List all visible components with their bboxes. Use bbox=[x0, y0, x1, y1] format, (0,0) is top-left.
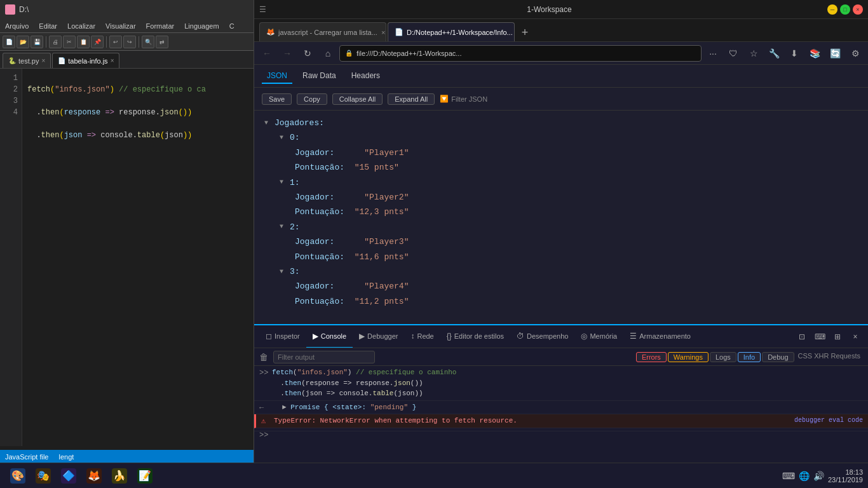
devtools-tab-memoria[interactable]: ◎ Memória bbox=[574, 325, 623, 348]
toolbar-redo[interactable]: ↪ bbox=[123, 36, 136, 48]
menu-localizar[interactable]: Localizar bbox=[62, 19, 100, 32]
toolbar-cut[interactable]: ✂ bbox=[63, 36, 76, 48]
ff-shield-button[interactable]: 🛡 bbox=[724, 44, 742, 62]
ff-maximize-button[interactable]: □ bbox=[840, 4, 850, 15]
json-tab-json[interactable]: JSON bbox=[262, 69, 292, 84]
devtools-tab-armazenamento[interactable]: ☰ Armazenamento bbox=[623, 325, 697, 348]
json-copy-button[interactable]: Copy bbox=[297, 93, 327, 105]
ff-refresh-button[interactable]: ↻ bbox=[299, 44, 316, 62]
ff-urlbar[interactable]: 🔒 file:///D:/Notepad++/1-Workspac... bbox=[339, 45, 702, 62]
tab-tabela-info[interactable]: 📄 tabela-info.js × bbox=[52, 53, 119, 68]
json-item-2-toggle[interactable]: ▼ bbox=[280, 221, 287, 233]
notepad-title: D:\ bbox=[19, 5, 29, 14]
menu-editar[interactable]: Editar bbox=[34, 19, 62, 32]
json-item-3-toggle[interactable]: ▼ bbox=[280, 266, 287, 278]
console-error-link[interactable]: debugger eval code bbox=[794, 416, 863, 425]
ff-tab-json[interactable]: 📄 D:/Notepad++/1-Workspace/Info... × bbox=[388, 22, 515, 41]
json-save-button[interactable]: Save bbox=[262, 93, 292, 105]
ff-settings-button[interactable]: ⚙ bbox=[846, 44, 864, 62]
ff-sync-button[interactable]: 🔄 bbox=[826, 44, 844, 62]
json-item-2-index: 2: bbox=[290, 220, 300, 234]
devtools-tab-estilos-label: Editor de estilos bbox=[454, 332, 504, 340]
toolbar-save[interactable]: 💾 bbox=[31, 36, 43, 48]
console-code-fetch: fetch("infos.json") // especifique o cam… bbox=[272, 367, 456, 399]
ff-tab-stackoverflow-close[interactable]: × bbox=[381, 29, 385, 36]
tab-test-py[interactable]: 🐍 test.py × bbox=[3, 53, 51, 68]
toolbar-copy[interactable]: 📋 bbox=[77, 36, 90, 48]
code-area[interactable]: fetch("infos.json") // especifique o ca … bbox=[22, 69, 254, 446]
ff-download-button[interactable]: ⬇ bbox=[785, 44, 803, 62]
devtools-tab-debugger[interactable]: ▶ Debugger bbox=[353, 325, 404, 348]
console-logs-button[interactable]: Logs bbox=[710, 352, 736, 362]
tab-tabela-close[interactable]: × bbox=[111, 57, 114, 64]
ff-forward-button[interactable]: → bbox=[278, 44, 296, 62]
console-filter-input[interactable] bbox=[273, 351, 375, 363]
ff-tools-button[interactable]: 🔧 bbox=[765, 44, 783, 62]
line-num-3: 3 bbox=[0, 95, 18, 107]
devtools-tab-estilos[interactable]: {} Editor de estilos bbox=[440, 325, 510, 348]
devtools-tab-desempenho[interactable]: ⏱ Desempenho bbox=[510, 325, 574, 348]
desempenho-icon: ⏱ bbox=[517, 332, 524, 341]
ff-star-button[interactable]: ☆ bbox=[745, 44, 763, 62]
console-left-arrow: ← bbox=[259, 402, 264, 414]
notepad-titlebar: D:\ bbox=[0, 0, 254, 19]
ff-library-button[interactable]: 📚 bbox=[806, 44, 824, 62]
toolbar-paste[interactable]: 📌 bbox=[91, 36, 104, 48]
json-tab-headers[interactable]: Headers bbox=[346, 69, 385, 84]
ff-overflow-button[interactable]: ··· bbox=[704, 44, 722, 62]
taskbar-item-firefox[interactable]: 🦊 bbox=[81, 465, 107, 487]
menu-extra[interactable]: C bbox=[224, 19, 240, 32]
ff-minimize-button[interactable]: ─ bbox=[827, 4, 837, 15]
devtools-kbd-button[interactable]: ⌨ bbox=[812, 329, 827, 344]
devtools-popout-button[interactable]: ⊡ bbox=[794, 329, 810, 344]
menu-arquivo[interactable]: Arquivo bbox=[0, 19, 34, 32]
devtools-tab-inspetor[interactable]: ◻ Inspetor bbox=[259, 325, 306, 348]
armazenamento-icon: ☰ bbox=[630, 332, 637, 341]
toolbar-undo[interactable]: ↩ bbox=[109, 36, 122, 48]
console-icon: ▶ bbox=[313, 332, 318, 341]
devtools-tab-console[interactable]: ▶ Console bbox=[306, 325, 353, 348]
taskbar: 🎨 🎭 🔷 🦊 🍌 📝 ⌨ 🌐 🔊 18:13 23/11/2019 bbox=[0, 463, 868, 488]
devtools-dock-button[interactable]: ⊞ bbox=[830, 329, 845, 344]
json-content: ▼ Jogadores: ▼ 0: Jogador: "Player1" Pon… bbox=[254, 111, 868, 324]
menu-linguagem[interactable]: Linguagem bbox=[179, 19, 224, 32]
taskbar-item-app3[interactable]: 🔷 bbox=[56, 465, 81, 487]
clock-date: 23/11/2019 bbox=[828, 476, 863, 484]
console-warnings-button[interactable]: Warnings bbox=[668, 352, 709, 362]
json-item-0-toggle[interactable]: ▼ bbox=[280, 132, 287, 144]
json-item-1-toggle[interactable]: ▼ bbox=[280, 177, 287, 188]
toolbar-open[interactable]: 📂 bbox=[17, 36, 29, 48]
toolbar-print[interactable]: 🖨 bbox=[49, 36, 62, 48]
taskbar-item-notepad[interactable]: 📝 bbox=[132, 465, 158, 487]
json-tab-bar: JSON Raw Data Headers bbox=[254, 65, 868, 88]
json-collapse-all-button[interactable]: Collapse All bbox=[332, 93, 383, 105]
taskbar-item-app2[interactable]: 🎭 bbox=[31, 465, 56, 487]
toolbar-find[interactable]: 🔍 bbox=[142, 36, 154, 48]
ff-tab-new-button[interactable]: + bbox=[516, 24, 534, 41]
taskbar-item-css[interactable]: 🎨 bbox=[5, 465, 31, 487]
toolbar-replace[interactable]: ⇄ bbox=[156, 36, 168, 48]
tab-test-py-close[interactable]: × bbox=[41, 57, 45, 64]
menu-visualizar[interactable]: Visualizar bbox=[100, 19, 141, 32]
ff-tab-stackoverflow[interactable]: 🦊 javascript - Carregar uma lista... × bbox=[259, 22, 386, 41]
statusbar-filetype: JavaScript file bbox=[5, 453, 48, 461]
devtools-tab-rede[interactable]: ↕ Rede bbox=[404, 325, 440, 348]
devtools-tab-rede-label: Rede bbox=[417, 332, 433, 340]
devtools-close-button[interactable]: × bbox=[848, 329, 863, 344]
ff-back-button[interactable]: ← bbox=[258, 44, 276, 62]
json-root-toggle[interactable]: ▼ bbox=[264, 118, 272, 129]
toolbar-new[interactable]: 📄 bbox=[3, 36, 15, 48]
taskbar-tray: ⌨ 🌐 🔊 18:13 23/11/2019 bbox=[782, 468, 863, 484]
ff-home-button[interactable]: ⌂ bbox=[319, 44, 337, 62]
console-debug-button[interactable]: Debug bbox=[762, 352, 794, 362]
console-clear-button[interactable]: 🗑 bbox=[259, 352, 268, 362]
ff-close-button[interactable]: × bbox=[853, 4, 863, 15]
json-expand-all-button[interactable]: Expand All bbox=[388, 93, 435, 105]
devtools-tab-console-label: Console bbox=[321, 332, 346, 340]
taskbar-item-banana[interactable]: 🍌 bbox=[107, 465, 132, 487]
console-errors-button[interactable]: Errors bbox=[636, 352, 667, 362]
menu-formatar[interactable]: Formatar bbox=[141, 19, 180, 32]
json-item-3-pontuacao-val: "11,2 pnts" bbox=[355, 294, 409, 309]
json-tab-rawdata[interactable]: Raw Data bbox=[297, 69, 341, 84]
console-info-button[interactable]: Info bbox=[738, 352, 761, 362]
